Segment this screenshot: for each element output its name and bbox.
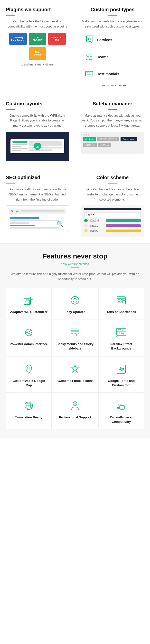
cpt-desc: Make your contents handy, easy-to-use an… [81,19,144,29]
feature-cross-browser-label: Cross-Browser Compatibilty [102,415,141,424]
color-scheme-section: Color scheme Quickly change the color of… [75,168,150,244]
plugins-section: Plugins we support Our theme has the hig… [0,0,75,94]
svg-line-28 [30,334,32,335]
svg-rect-9 [26,301,28,302]
color-title: Color scheme [81,175,144,180]
layouts-desc: Due to compatibility with the WPBakery P… [6,113,69,128]
svg-rect-17 [118,302,120,303]
svg-point-38 [28,367,30,369]
google-map-icon [22,363,35,376]
svg-rect-1 [86,36,93,42]
cross-browser-icon [115,399,128,412]
svg-point-12 [71,296,79,304]
svg-rect-8 [26,300,29,300]
chevron-down-icon: ▾ [93,213,94,216]
feature-fontello: Awesome Fontello Icons [52,356,98,392]
testimonials-icon [84,69,94,78]
color-row-2: #f6e2f1 [84,224,141,227]
features-green-line [70,268,80,268]
plugins-grid: WPBakeryPage Builder TRXADDONS ESSENTIAL… [6,32,69,60]
feature-support: Professional Support [52,393,98,429]
seo-line-4 [10,225,34,226]
color-dot-2 [84,224,88,227]
translation-icon [22,399,35,412]
seo-line-2 [10,220,59,221]
feature-sticky-menus-label: Sticky Menus and Sticky sidebars [55,342,95,351]
seo-desc: Drag more traffic to your website with o… [6,187,69,202]
sidebar-btn-about: About Me [83,142,97,147]
cpt-green-line [108,15,117,16]
svg-rect-50 [120,406,124,410]
services-icon [84,35,94,44]
svg-rect-16 [118,300,120,301]
feature-fonts-label: Google Fonts and Custom font [102,379,141,388]
custom-post-types-section: Custom post types Make your contents han… [75,0,150,94]
fonts-icon: A a [115,363,128,376]
shortcodes-icon [115,294,128,307]
color-hex-2: #f6e2f1 [90,224,104,227]
sidebar-desc: Make as many sidebars with ads as you wa… [81,113,144,128]
plugins-note: ... and many many others! [6,63,69,66]
feature-easy-updates-label: Easy Updates [64,310,85,314]
svg-rect-36 [117,336,126,337]
seo-green-line [6,183,14,184]
svg-rect-20 [124,300,124,301]
svg-point-4 [90,55,92,57]
fontello-icon [68,363,82,376]
plugins-title: Plugins we support [6,7,69,12]
features-subtitle-text: easy website creation [61,262,89,266]
sidebar-green-line [108,109,117,110]
layouts-image: ☁ [6,132,69,161]
feature-shortcodes-label: Tons of Shortcodes [106,310,136,314]
color-top-bar [84,208,141,210]
custom-layouts-section: Custom layouts Due to compatibility with… [0,94,75,168]
sidebar-manager-section: Sidebar manager Make as many sidebars wi… [75,94,150,168]
color-image: Light ▾ #0ab138 #f6e2f1 #f0de77 [81,206,144,236]
color-row-1: #0ab138 [84,219,141,222]
color-dot-1 [84,219,88,222]
plugin-essential: ESSENTIALJED [48,32,66,45]
feature-google-map: Customizable Google Map [6,356,52,392]
plugin-trx: TRXADDONS [29,32,46,45]
cpt-note: ... and so much more! [81,84,144,87]
color-bar-2 [106,224,141,227]
google-logo: G [11,210,13,213]
svg-line-29 [30,330,32,331]
teams-icon [84,52,94,62]
color-dropdown[interactable]: Light ▾ [84,212,141,217]
svg-point-47 [74,403,76,404]
seo-lines [10,217,59,228]
svg-line-30 [26,334,27,335]
svg-rect-10 [30,300,33,304]
feature-google-map-label: Customizable Google Map [9,379,48,388]
sidebar-title: Sidebar manager [81,101,144,106]
parallax-icon [115,326,128,339]
svg-line-27 [26,330,27,331]
search-icon: 🔍 [56,221,64,228]
features-title: Features never stop [6,252,144,260]
svg-rect-32 [71,331,79,336]
feature-support-label: Professional Support [59,415,91,420]
color-row-3: #f0de77 [84,229,141,232]
svg-rect-5 [86,71,93,76]
feature-parallax-label: Parallax Effect Backgrounds [102,342,141,351]
plugins-green-line [6,15,14,16]
color-hex-3: #f0de77 [90,230,104,232]
sidebar-btn-widgets: WIDGETS & SITE INFO [97,137,119,142]
seo-google-bar: G oogle [9,208,66,214]
color-bar-3 [106,230,141,232]
dot-1 [83,134,85,136]
dropdown-label: Light [86,213,92,216]
dot-3 [88,134,89,136]
feature-fonts: A a Google Fonts and Custom font [98,356,144,392]
adaptive-wp-icon [22,294,35,307]
svg-rect-18 [121,300,123,301]
cpt-testimonials: Testimonials [81,67,144,81]
feature-shortcodes: Tons of Shortcodes [98,288,144,319]
feature-admin-label: Powerful Admin Interface [10,342,48,346]
sidebar-btn-google: GOOGLE [98,142,111,147]
svg-text:a: a [122,367,124,371]
sidebar-btn-contents: Contents [83,137,96,142]
features-desc: We offer a feature-rich and highly funct… [6,272,144,282]
svg-marker-39 [71,365,79,372]
